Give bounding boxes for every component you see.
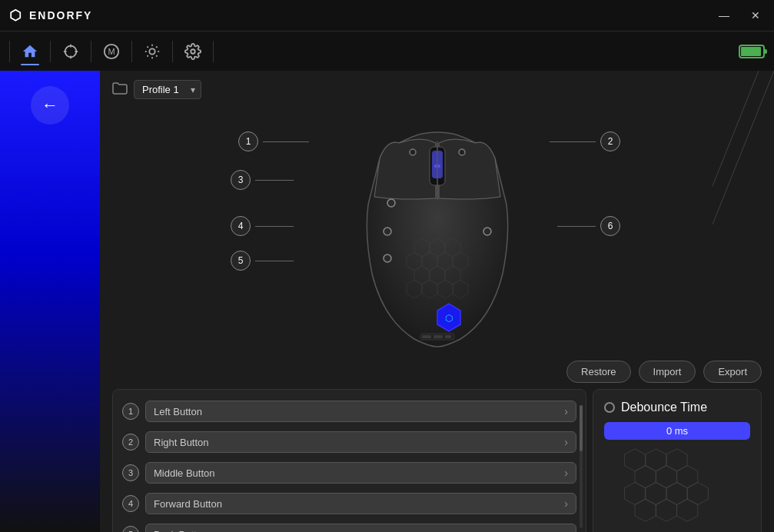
profile-select[interactable]: Profile 1 Profile 2 Profile 3 xyxy=(134,80,201,99)
nav-home-button[interactable] xyxy=(13,35,47,68)
middle-button-btn[interactable]: Middle Button › xyxy=(145,462,576,484)
svg-marker-56 xyxy=(656,466,676,488)
svg-marker-61 xyxy=(687,482,708,504)
svg-rect-18 xyxy=(741,47,761,56)
mouse-label-3: 3 xyxy=(231,170,294,190)
back-icon: ← xyxy=(42,95,58,115)
nav-settings-button[interactable] xyxy=(176,35,210,68)
item-num-4: 4 xyxy=(122,495,139,512)
line-4 xyxy=(255,226,294,227)
item-num-5: 5 xyxy=(122,526,139,532)
line-1 xyxy=(263,141,309,142)
bottom-panel: 1 Left Button › 2 Right Button › xyxy=(112,389,762,532)
label-circle-5: 5 xyxy=(231,251,251,271)
logo-icon: ⬡ xyxy=(9,7,23,24)
scrollbar-track[interactable] xyxy=(580,405,583,528)
close-button[interactable]: ✕ xyxy=(746,8,765,23)
svg-point-26 xyxy=(387,199,395,207)
nav-dpi-button[interactable] xyxy=(54,35,88,68)
svg-marker-64 xyxy=(677,499,698,521)
svg-point-7 xyxy=(149,48,154,54)
debounce-radio[interactable] xyxy=(604,402,615,413)
profile-select-wrapper[interactable]: Profile 1 Profile 2 Profile 3 xyxy=(134,80,201,99)
svg-line-14 xyxy=(148,55,148,56)
forward-button-label: Forward Button xyxy=(154,498,222,510)
svg-point-0 xyxy=(65,45,77,57)
item-num-1: 1 xyxy=(122,403,139,420)
back-button[interactable]: ← xyxy=(31,86,69,125)
label-circle-4: 4 xyxy=(231,216,251,236)
export-button[interactable]: Export xyxy=(703,361,762,383)
restore-button[interactable]: Restore xyxy=(566,361,631,383)
window-controls: — ✕ xyxy=(714,8,765,23)
nav-divider-4 xyxy=(131,41,132,62)
chevron-right-icon-2: › xyxy=(564,436,568,448)
left-button-label: Left Button xyxy=(154,406,202,417)
list-item-5[interactable]: 5 Back Button › xyxy=(113,519,586,532)
nav-lighting-button[interactable] xyxy=(135,35,169,68)
home-icon xyxy=(22,43,38,60)
svg-marker-60 xyxy=(666,482,687,504)
debounce-panel: Debounce Time 0 ms xyxy=(593,389,762,532)
label-circle-2: 2 xyxy=(600,131,620,151)
battery-indicator xyxy=(739,43,768,60)
svg-text:M: M xyxy=(108,46,115,55)
right-button-label: Right Button xyxy=(154,437,209,448)
list-item-2[interactable]: 2 Right Button › xyxy=(113,427,586,457)
scrollbar-thumb[interactable] xyxy=(580,405,583,451)
svg-point-27 xyxy=(384,228,391,235)
forward-button-btn[interactable]: Forward Button › xyxy=(145,493,576,514)
svg-marker-52 xyxy=(624,449,645,471)
list-item-1[interactable]: 1 Left Button › xyxy=(113,396,586,427)
svg-point-29 xyxy=(483,228,491,235)
svg-point-31 xyxy=(459,149,465,155)
hex-pattern xyxy=(604,447,742,531)
line-6 xyxy=(557,226,596,227)
label-circle-1: 1 xyxy=(238,131,258,151)
nav-divider-2 xyxy=(50,41,51,62)
folder-icon xyxy=(112,82,128,98)
main-layout: ← Profile 1 Profile 2 Profile 3 xyxy=(0,71,774,532)
macro-icon: M xyxy=(103,43,120,60)
minimize-button[interactable]: — xyxy=(714,8,734,23)
right-button-btn[interactable]: Right Button › xyxy=(145,431,576,453)
mouse-svg: ⬡ xyxy=(353,112,522,351)
back-button-label: Back Button xyxy=(154,529,208,533)
svg-line-15 xyxy=(156,46,157,47)
middle-button-label: Middle Button xyxy=(154,467,215,479)
chevron-right-icon-5: › xyxy=(564,528,568,532)
back-button-btn[interactable]: Back Button › xyxy=(145,524,576,532)
svg-point-28 xyxy=(384,254,391,262)
list-item-3[interactable]: 3 Middle Button › xyxy=(113,457,586,488)
svg-marker-59 xyxy=(646,482,666,504)
item-num-3: 3 xyxy=(122,464,139,481)
svg-marker-55 xyxy=(635,466,656,488)
content-area: Profile 1 Profile 2 Profile 3 1 2 3 xyxy=(100,71,774,532)
nav-divider-3 xyxy=(91,41,91,62)
titlebar: ⬡ ENDORFY — ✕ xyxy=(0,0,774,31)
mouse-diagram-area: 1 2 3 4 5 xyxy=(100,108,774,354)
svg-line-12 xyxy=(148,46,148,47)
nav-macro-button[interactable]: M xyxy=(95,35,128,68)
gear-icon xyxy=(184,43,201,60)
sidebar: ← xyxy=(0,71,100,532)
button-list: 1 Left Button › 2 Right Button › xyxy=(112,389,586,532)
svg-marker-57 xyxy=(677,466,698,488)
svg-rect-51 xyxy=(445,335,451,338)
svg-marker-53 xyxy=(646,449,666,471)
battery-icon xyxy=(739,43,768,60)
nav-divider-6 xyxy=(213,41,214,62)
item-num-2: 2 xyxy=(122,434,139,451)
chevron-right-icon-4: › xyxy=(564,497,568,510)
chevron-right-icon-3: › xyxy=(564,467,568,479)
list-item-4[interactable]: 4 Forward Button › xyxy=(113,488,586,519)
app-logo: ⬡ ENDORFY xyxy=(9,7,92,24)
mouse-label-6: 6 xyxy=(557,216,620,236)
line-5 xyxy=(255,261,294,261)
left-button-btn[interactable]: Left Button › xyxy=(145,401,576,422)
svg-line-13 xyxy=(156,55,157,56)
import-button[interactable]: Import xyxy=(639,361,696,383)
line-2 xyxy=(550,141,596,142)
svg-marker-63 xyxy=(656,499,676,521)
mouse-label-2: 2 xyxy=(550,131,620,151)
